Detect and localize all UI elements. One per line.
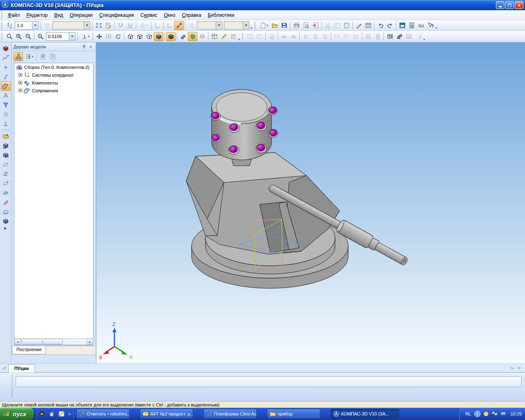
tree-structure-icon[interactable] (14, 52, 23, 61)
grid-icon[interactable]: ▾ (137, 21, 150, 30)
print-icon[interactable] (292, 21, 301, 30)
spacing2-icon[interactable] (373, 32, 382, 41)
layers-icon[interactable] (42, 21, 52, 30)
wireframe-icon[interactable] (126, 32, 135, 41)
tab-scroll-right-icon[interactable]: ▷ (511, 365, 514, 371)
new-document-icon[interactable]: ▾ (258, 21, 270, 30)
shaded-edges-icon[interactable] (166, 32, 176, 41)
scroll-thumb[interactable] (22, 339, 63, 345)
tab-scroll-left-icon[interactable]: ◁ (2, 366, 6, 370)
tree-item-components[interactable]: Компоненты (14, 79, 93, 87)
magnet-move-icon[interactable] (125, 21, 135, 30)
start-button[interactable]: пуск (0, 408, 34, 420)
toolbar-grip[interactable] (1, 22, 3, 29)
spreadsheet-icon[interactable] (363, 21, 373, 30)
assoc-view-icon[interactable] (245, 32, 255, 41)
align-left-icon[interactable] (301, 32, 310, 41)
halftone-icon[interactable] (178, 32, 188, 41)
restore-button[interactable] (505, 1, 514, 9)
tree-item-mates[interactable]: Сопряжения (14, 87, 93, 94)
hidden-thin-icon[interactable] (144, 32, 154, 41)
rotate-icon[interactable] (113, 32, 123, 41)
report-relations-icon[interactable] (48, 52, 57, 61)
task-компас-3d-v10-за-[interactable]: КОМПАС-3D V10 (ЗА... (331, 409, 399, 419)
rotate-component-icon[interactable] (1, 150, 11, 160)
property-bar-grip[interactable] (11, 375, 14, 398)
import-icon[interactable] (310, 21, 320, 30)
clock-icon[interactable] (483, 411, 489, 417)
help-object-icon[interactable]: ? (426, 21, 435, 30)
text-vertical-icon[interactable]: Абв (413, 32, 423, 41)
toolbar-grip[interactable] (1, 33, 3, 40)
assoc-view2-icon[interactable] (255, 32, 264, 41)
sketch-pencil-icon[interactable] (219, 32, 228, 41)
menu-сервис[interactable]: Сервис (137, 11, 160, 19)
plane-icon[interactable] (1, 160, 11, 169)
quick-launch-overflow[interactable]: » (68, 411, 71, 416)
filter-icon[interactable] (1, 100, 11, 110)
param1-combo[interactable] (197, 21, 222, 30)
cursor-step-icon[interactable] (5, 21, 14, 30)
base-dome-icon[interactable] (1, 207, 11, 216)
insert-table-icon[interactable] (385, 32, 395, 41)
redo-icon[interactable] (385, 21, 395, 30)
save-icon[interactable] (279, 21, 289, 30)
menu-спецификация[interactable]: Спецификация (96, 11, 137, 19)
document-tab-active[interactable]: ПУщка (8, 364, 35, 372)
numbering3-icon[interactable]: N (351, 32, 361, 41)
menu-операции[interactable]: Операции (66, 11, 96, 19)
window-layout-icon[interactable] (397, 21, 407, 30)
point-icon[interactable] (1, 62, 11, 72)
display-icon[interactable] (500, 411, 507, 417)
close-button[interactable]: × (515, 1, 523, 9)
paste-icon[interactable] (342, 21, 351, 30)
undo-icon[interactable] (376, 21, 385, 30)
fx-icon[interactable]: f(x) (416, 21, 426, 30)
toolbar-overflow-icon[interactable]: ▾ (238, 38, 240, 41)
numbering2-icon[interactable]: N (342, 32, 351, 41)
pan-icon[interactable] (94, 32, 104, 41)
task-прибор[interactable]: прибор (267, 409, 320, 419)
language-indicator[interactable]: RL (464, 411, 472, 417)
zoom-frame-icon[interactable] (104, 32, 113, 41)
plane-axis-icon[interactable] (1, 169, 11, 178)
panel-overflow-icon[interactable]: ▶ (4, 226, 7, 230)
perspective-icon[interactable] (188, 32, 197, 41)
layer-combo[interactable] (52, 21, 90, 30)
pin-icon[interactable] (81, 43, 87, 50)
model-canvas[interactable]: Z X Y (96, 43, 525, 363)
network-icon[interactable] (491, 411, 498, 417)
minimize-button[interactable] (496, 1, 504, 9)
menu-справка[interactable]: Справка (178, 11, 204, 19)
sketch-edit-icon[interactable] (103, 21, 113, 30)
antivirus-icon[interactable] (38, 410, 46, 418)
insert-image-icon[interactable] (404, 32, 413, 41)
toolbar-overflow-icon[interactable]: ▾ (423, 38, 425, 41)
zoom-in-icon[interactable] (14, 32, 23, 41)
task-акт-2-предост-у-[interactable]: АКТ №2 предост. у... (140, 409, 193, 419)
mouse-icon[interactable] (48, 410, 56, 418)
round-off-icon[interactable]: YX (187, 21, 196, 30)
cursor-step-combo[interactable]: 1.0 (15, 21, 39, 30)
delete-face-icon[interactable] (1, 197, 11, 207)
surface-icon[interactable] (1, 188, 11, 197)
viewport-3d[interactable]: Z X Y (96, 42, 525, 363)
align-center-icon[interactable] (310, 32, 320, 41)
menu-библиотеки[interactable]: Библиотеки (204, 11, 237, 19)
toolbar-grip[interactable] (242, 33, 244, 40)
copy-properties-icon[interactable] (354, 21, 363, 30)
menu-вид[interactable]: Вид (51, 11, 66, 19)
expander-icon[interactable] (18, 73, 22, 77)
library-icon[interactable] (1, 131, 11, 141)
expander-icon[interactable] (18, 81, 22, 84)
ortho-drawing-icon[interactable] (165, 21, 174, 30)
measure-icon[interactable] (1, 91, 11, 100)
zoom-scale-icon[interactable]: ± (36, 32, 45, 41)
variables-icon[interactable] (407, 21, 416, 30)
local-csys-icon[interactable] (153, 21, 162, 30)
cut-icon[interactable] (323, 21, 332, 30)
copy-icon[interactable] (332, 21, 342, 30)
menu-окно[interactable]: Окно (160, 11, 178, 19)
toolbar-grip[interactable] (254, 22, 256, 29)
update-view-icon[interactable] (267, 32, 276, 41)
